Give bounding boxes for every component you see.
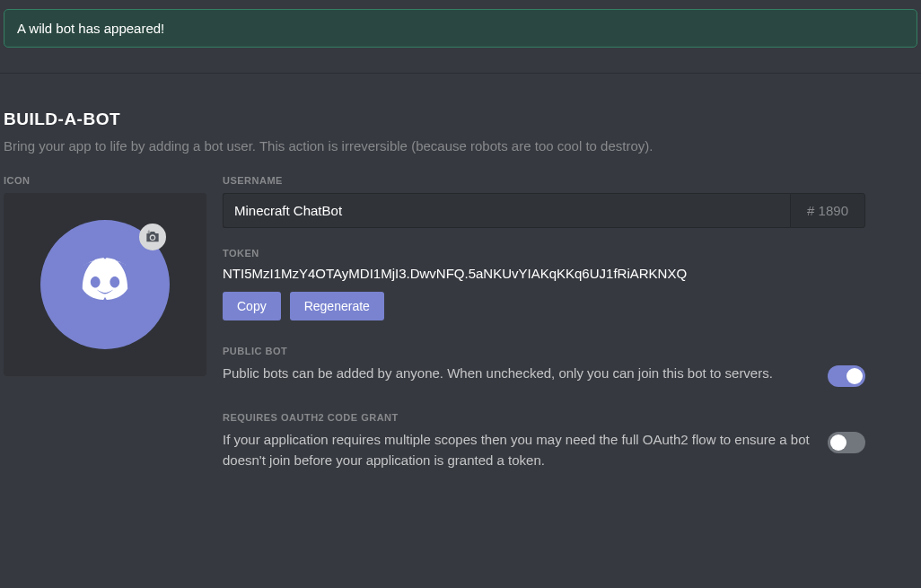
copy-button[interactable]: Copy xyxy=(223,292,281,320)
notification-text: A wild bot has appeared! xyxy=(17,21,164,36)
oauth2-label: REQUIRES OAUTH2 CODE GRANT xyxy=(223,412,865,423)
toggle-knob xyxy=(846,368,863,384)
icon-upload-box[interactable]: + xyxy=(4,193,206,376)
token-label: TOKEN xyxy=(223,248,865,259)
username-label: USERNAME xyxy=(223,175,865,186)
token-buttons: Copy Regenerate xyxy=(223,292,865,320)
oauth2-row: If your application requires multiple sc… xyxy=(223,430,865,470)
oauth2-toggle[interactable] xyxy=(828,432,865,453)
token-value: NTI5MzI1MzY4OTAyMDI1MjI3.DwvNFQ.5aNKUvYI… xyxy=(223,266,865,281)
discord-icon xyxy=(65,244,145,325)
oauth2-description: If your application requires multiple sc… xyxy=(223,430,813,470)
form-row: ICON + USERNAME xyxy=(4,175,921,496)
public-bot-toggle[interactable] xyxy=(828,365,865,387)
username-input[interactable] xyxy=(223,193,790,228)
discriminator-tag: # 1890 xyxy=(790,193,865,228)
public-bot-section: PUBLIC BOT Public bots can be added by a… xyxy=(223,346,865,387)
public-bot-row: Public bots can be added by anyone. When… xyxy=(223,364,865,387)
camera-icon: + xyxy=(145,230,160,244)
content-area: BUILD-A-BOT Bring your app to life by ad… xyxy=(0,74,921,496)
fields-column: USERNAME # 1890 TOKEN NTI5MzI1MzY4OTAyMD… xyxy=(223,175,921,496)
icon-column: ICON + xyxy=(4,175,206,496)
page-title: BUILD-A-BOT xyxy=(4,110,921,129)
regenerate-button[interactable]: Regenerate xyxy=(290,292,384,320)
public-bot-description: Public bots can be added by anyone. When… xyxy=(223,364,813,384)
avatar: + xyxy=(40,220,170,349)
page-subtitle: Bring your app to life by adding a bot u… xyxy=(4,138,921,154)
notification-bar: A wild bot has appeared! xyxy=(4,9,917,48)
public-bot-label: PUBLIC BOT xyxy=(223,346,865,356)
oauth2-section: REQUIRES OAUTH2 CODE GRANT If your appli… xyxy=(223,412,865,470)
upload-icon-badge[interactable]: + xyxy=(139,224,166,250)
username-row: # 1890 xyxy=(223,193,865,228)
icon-label: ICON xyxy=(4,175,206,186)
toggle-knob xyxy=(830,434,846,451)
